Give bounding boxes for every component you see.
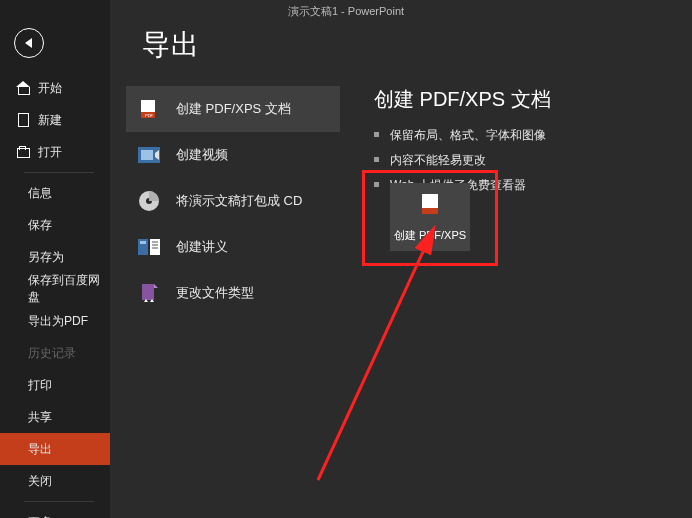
svg-text:PDF: PDF bbox=[145, 113, 154, 118]
new-file-icon bbox=[16, 113, 30, 127]
option-label: 创建 PDF/XPS 文档 bbox=[176, 100, 291, 118]
nav-label: 共享 bbox=[28, 409, 52, 426]
export-option-pdfxps[interactable]: PDF 创建 PDF/XPS 文档 bbox=[126, 86, 340, 132]
nav-export-pdf[interactable]: 导出为PDF bbox=[0, 305, 110, 337]
nav-label: 导出为PDF bbox=[28, 313, 88, 330]
backstage-sidebar: 开始 新建 打开 信息 保存 另存为 保存到百度网盘 导出为PDF 历史记录 打… bbox=[0, 0, 110, 518]
export-option-cd[interactable]: 将演示文稿打包成 CD bbox=[126, 178, 340, 224]
option-label: 创建视频 bbox=[176, 146, 228, 164]
cd-icon bbox=[136, 188, 162, 214]
export-option-filetype[interactable]: 更改文件类型 bbox=[126, 270, 340, 316]
svg-rect-9 bbox=[150, 239, 160, 255]
divider bbox=[24, 501, 94, 502]
nav-share[interactable]: 共享 bbox=[0, 401, 110, 433]
video-icon bbox=[136, 142, 162, 168]
option-label: 将演示文稿打包成 CD bbox=[176, 192, 302, 210]
bullet-item: 保留布局、格式、字体和图像 bbox=[374, 123, 692, 148]
back-button[interactable] bbox=[14, 28, 44, 58]
nav-home[interactable]: 开始 bbox=[0, 72, 110, 104]
nav-save[interactable]: 保存 bbox=[0, 209, 110, 241]
svg-rect-17 bbox=[422, 208, 438, 214]
svg-marker-15 bbox=[154, 284, 158, 288]
option-label: 创建讲义 bbox=[176, 238, 228, 256]
page-title: 导出 bbox=[142, 26, 692, 64]
nav-save-baidu[interactable]: 保存到百度网盘 bbox=[0, 273, 110, 305]
home-icon bbox=[16, 81, 30, 95]
change-filetype-icon bbox=[136, 280, 162, 306]
export-option-list: PDF 创建 PDF/XPS 文档 创建视频 将演示文稿打包成 CD bbox=[126, 86, 340, 316]
nav-label: 历史记录 bbox=[28, 345, 76, 362]
nav-label: 信息 bbox=[28, 185, 52, 202]
nav-label: 另存为 bbox=[28, 249, 64, 266]
nav-label: 新建 bbox=[38, 112, 62, 129]
nav-label: 打印 bbox=[28, 377, 52, 394]
nav-label: 关闭 bbox=[28, 473, 52, 490]
svg-rect-4 bbox=[141, 150, 153, 160]
nav-open[interactable]: 打开 bbox=[0, 136, 110, 168]
nav-label: 打开 bbox=[38, 144, 62, 161]
svg-rect-10 bbox=[140, 241, 146, 244]
bullet-item: 内容不能轻易更改 bbox=[374, 148, 692, 173]
export-option-handout[interactable]: 创建讲义 bbox=[126, 224, 340, 270]
nav-label: 导出 bbox=[28, 441, 52, 458]
nav-label: 保存到百度网盘 bbox=[28, 272, 110, 306]
handout-icon bbox=[136, 234, 162, 260]
pdf-icon: PDF bbox=[136, 96, 162, 122]
button-label: 创建 PDF/XPS bbox=[394, 228, 466, 243]
nav-history: 历史记录 bbox=[0, 337, 110, 369]
divider bbox=[24, 172, 94, 173]
nav-label: 更多... bbox=[28, 514, 62, 519]
nav-close[interactable]: 关闭 bbox=[0, 465, 110, 497]
open-folder-icon bbox=[16, 145, 30, 159]
pane-title: 创建 PDF/XPS 文档 bbox=[374, 86, 692, 113]
export-option-video[interactable]: 创建视频 bbox=[126, 132, 340, 178]
nav-print[interactable]: 打印 bbox=[0, 369, 110, 401]
nav-export[interactable]: 导出 bbox=[0, 433, 110, 465]
pdf-large-icon bbox=[417, 192, 443, 220]
nav-more[interactable]: 更多... bbox=[0, 506, 110, 518]
backstage-main: 导出 PDF 创建 PDF/XPS 文档 创建视频 将演示文稿打包成 CD bbox=[126, 26, 692, 518]
nav-new[interactable]: 新建 bbox=[0, 104, 110, 136]
nav-info[interactable]: 信息 bbox=[0, 177, 110, 209]
nav-saveas[interactable]: 另存为 bbox=[0, 241, 110, 273]
nav-label: 保存 bbox=[28, 217, 52, 234]
svg-rect-14 bbox=[142, 284, 154, 300]
option-label: 更改文件类型 bbox=[176, 284, 254, 302]
create-pdf-xps-button[interactable]: 创建 PDF/XPS bbox=[390, 183, 470, 251]
nav-label: 开始 bbox=[38, 80, 62, 97]
arrow-left-icon bbox=[25, 38, 32, 48]
